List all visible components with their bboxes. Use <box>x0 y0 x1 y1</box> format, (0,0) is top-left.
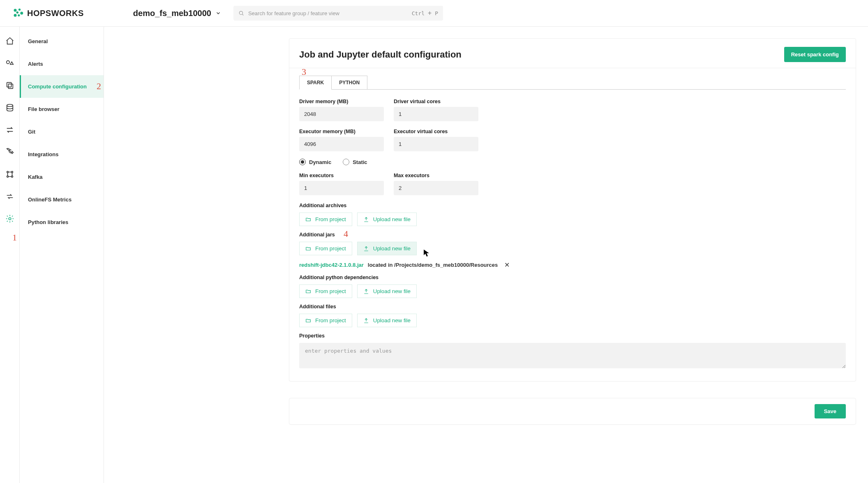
svg-rect-9 <box>7 83 11 87</box>
copy-icon[interactable] <box>5 81 14 90</box>
svg-point-11 <box>7 104 13 107</box>
mouse-cursor-icon <box>423 249 430 257</box>
pydeps-from-project-button[interactable]: From project <box>299 284 352 298</box>
home-icon[interactable] <box>5 37 14 46</box>
svg-point-5 <box>16 12 18 14</box>
save-button[interactable]: Save <box>815 404 846 418</box>
search-icon <box>238 10 244 16</box>
jars-from-project-button[interactable]: From project <box>299 242 352 255</box>
annotation-1: 1 <box>12 232 17 243</box>
svg-point-16 <box>9 217 11 220</box>
topbar: HOPSWORKS demo_fs_meb10000 Ctrl + P <box>0 0 868 27</box>
folder-icon <box>305 246 311 252</box>
page-title: Job and Jupyter default configuration <box>299 49 462 60</box>
max-executors-input[interactable] <box>394 181 478 195</box>
sidebar-item-file-browser[interactable]: File browser <box>20 98 104 120</box>
sidebar-item-python-libraries[interactable]: Python libraries <box>20 211 104 233</box>
files-label: Additional files <box>299 304 846 310</box>
sidebar-item-integrations[interactable]: Integrations <box>20 143 104 166</box>
wrench-icon[interactable] <box>5 148 14 157</box>
sidebar-item-kafka[interactable]: Kafka <box>20 166 104 188</box>
upload-icon <box>363 289 369 294</box>
sidebar-item-onlinefs-metrics[interactable]: OnlineFS Metrics <box>20 188 104 211</box>
folder-icon <box>305 289 311 294</box>
hopsworks-logo-icon <box>12 7 24 19</box>
svg-rect-10 <box>8 84 13 88</box>
svg-point-13 <box>11 171 13 173</box>
shapes-icon[interactable] <box>5 59 14 68</box>
archives-label: Additional archives <box>299 203 846 208</box>
svg-point-2 <box>20 12 23 15</box>
gear-icon[interactable] <box>5 214 14 223</box>
properties-label: Properties <box>299 333 846 339</box>
upload-icon <box>363 246 369 252</box>
executor-memory-input[interactable] <box>299 137 384 151</box>
pydeps-upload-button[interactable]: Upload new file <box>357 284 417 298</box>
svg-point-3 <box>18 14 20 16</box>
svg-point-14 <box>7 176 8 178</box>
sidebar-item-compute-configuration[interactable]: Compute configuration 2 <box>20 75 104 98</box>
upload-icon <box>363 217 369 222</box>
svg-point-4 <box>14 14 17 17</box>
search-shortcut: Ctrl + P <box>412 9 438 17</box>
driver-cores-input[interactable] <box>394 107 478 121</box>
swap-icon[interactable] <box>5 125 14 134</box>
database-icon[interactable] <box>5 103 14 112</box>
footer-panel: Save <box>289 398 856 425</box>
network-icon[interactable] <box>5 170 14 179</box>
tab-spark[interactable]: SPARK <box>299 76 332 90</box>
chevron-down-icon <box>215 10 221 16</box>
max-executors-label: Max executors <box>394 173 478 178</box>
min-executors-label: Min executors <box>299 173 384 178</box>
executor-memory-label: Executor memory (MB) <box>299 129 384 134</box>
svg-point-1 <box>18 9 21 11</box>
brand-logo[interactable]: HOPSWORKS <box>12 7 84 19</box>
archives-upload-button[interactable]: Upload new file <box>357 213 417 226</box>
sidebar-item-git[interactable]: Git <box>20 120 104 143</box>
min-executors-input[interactable] <box>299 181 384 195</box>
upload-icon <box>363 318 369 324</box>
config-panel: Job and Jupyter default configuration Re… <box>289 38 856 381</box>
driver-cores-label: Driver virtual cores <box>394 99 478 104</box>
brand-text: HOPSWORKS <box>27 9 84 18</box>
jar-file-entry: redshift-jdbc42-2.1.0.8.jar located in /… <box>299 261 846 269</box>
radio-dot-icon <box>299 159 306 165</box>
files-upload-button[interactable]: Upload new file <box>357 314 417 327</box>
svg-line-7 <box>242 14 244 16</box>
svg-point-6 <box>239 11 242 14</box>
transfer-icon[interactable] <box>5 192 14 201</box>
jar-file-remove-button[interactable]: ✕ <box>504 261 510 269</box>
project-name: demo_fs_meb10000 <box>133 9 211 18</box>
folder-icon <box>305 318 311 324</box>
svg-point-0 <box>14 9 17 12</box>
search-box[interactable]: Ctrl + P <box>233 6 443 21</box>
jars-label: Additional jars 4 <box>299 232 846 238</box>
jar-file-name: redshift-jdbc42-2.1.0.8.jar <box>299 262 364 268</box>
driver-memory-label: Driver memory (MB) <box>299 99 384 104</box>
content-area: Job and Jupyter default configuration Re… <box>104 27 868 483</box>
properties-textarea[interactable] <box>299 343 846 368</box>
driver-memory-input[interactable] <box>299 107 384 121</box>
jars-upload-button[interactable]: Upload new file <box>357 242 417 255</box>
executor-cores-label: Executor virtual cores <box>394 129 478 134</box>
radio-dynamic[interactable]: Dynamic <box>299 159 331 165</box>
search-input[interactable] <box>248 10 408 16</box>
radio-static[interactable]: Static <box>343 159 367 165</box>
svg-point-15 <box>11 176 13 178</box>
files-from-project-button[interactable]: From project <box>299 314 352 327</box>
sidebar-item-general[interactable]: General <box>20 30 104 53</box>
pydeps-label: Additional python dependencies <box>299 275 846 280</box>
sidebar-item-alerts[interactable]: Alerts <box>20 53 104 75</box>
tabs: SPARK PYTHON <box>289 76 856 90</box>
annotation-4: 4 <box>344 229 348 239</box>
executor-cores-input[interactable] <box>394 137 478 151</box>
sidebar: General Alerts Compute configuration 2 F… <box>20 27 104 483</box>
reset-spark-config-button[interactable]: Reset spark config <box>784 47 846 62</box>
project-switcher[interactable]: demo_fs_meb10000 <box>133 9 221 18</box>
archives-from-project-button[interactable]: From project <box>299 213 352 226</box>
iconbar: 1 <box>0 27 20 483</box>
radio-dot-icon <box>343 159 349 165</box>
svg-point-12 <box>7 171 8 173</box>
folder-icon <box>305 217 311 222</box>
tab-python[interactable]: PYTHON <box>332 76 367 90</box>
